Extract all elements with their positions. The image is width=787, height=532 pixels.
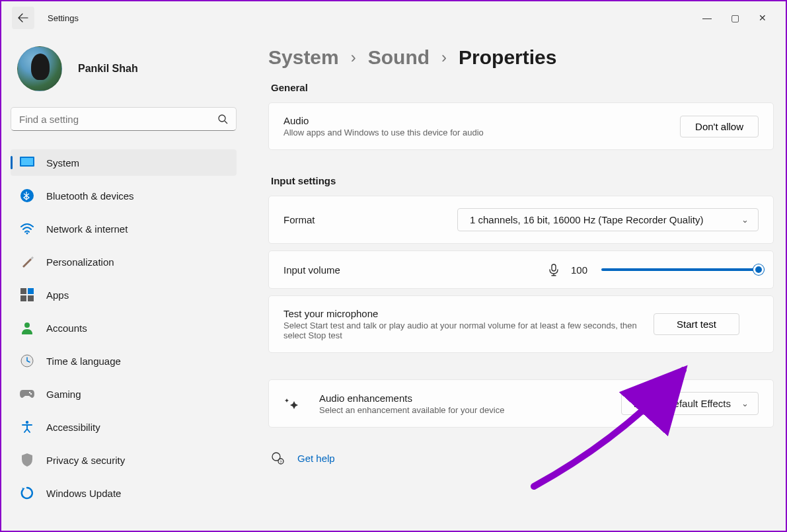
microphone-icon bbox=[547, 263, 560, 276]
audio-card: Audio Allow apps and Windows to use this… bbox=[268, 102, 774, 150]
sidebar-item-network[interactable]: Network & internet bbox=[11, 215, 237, 242]
section-general: General bbox=[271, 82, 774, 93]
titlebar: Settings — ▢ ✕ bbox=[1, 1, 786, 34]
sidebar-item-gaming[interactable]: Gaming bbox=[11, 381, 237, 407]
close-button[interactable]: ✕ bbox=[758, 13, 767, 23]
minimize-button[interactable]: — bbox=[702, 13, 712, 23]
sidebar-item-time[interactable]: Time & language bbox=[11, 348, 237, 374]
sidebar-item-label: System bbox=[46, 157, 79, 169]
sidebar-item-label: Network & internet bbox=[46, 223, 128, 235]
sparkle-icon bbox=[283, 396, 299, 412]
sidebar-item-label: Gaming bbox=[46, 389, 81, 400]
paintbrush-icon bbox=[20, 254, 34, 269]
sidebar-item-label: Time & language bbox=[46, 356, 121, 367]
search-input[interactable] bbox=[19, 114, 217, 125]
input-volume-card: Input volume 100 bbox=[268, 250, 774, 289]
enhancements-sub: Select an enhancement available for your… bbox=[319, 405, 621, 415]
enhancements-value: Device Default Effects bbox=[634, 398, 731, 409]
breadcrumb-sound[interactable]: Sound bbox=[368, 46, 430, 69]
sidebar-item-apps[interactable]: Apps bbox=[11, 282, 237, 308]
sidebar-item-personalization[interactable]: Personalization bbox=[11, 248, 237, 275]
clock-icon bbox=[20, 354, 34, 368]
person-icon bbox=[20, 321, 34, 335]
sidebar-item-label: Privacy & security bbox=[46, 455, 125, 466]
dont-allow-button[interactable]: Don't allow bbox=[680, 116, 759, 137]
breadcrumb-system[interactable]: System bbox=[268, 46, 339, 69]
input-volume-title: Input volume bbox=[283, 264, 547, 276]
svg-rect-8 bbox=[20, 295, 26, 301]
slider-thumb[interactable] bbox=[753, 264, 764, 275]
sidebar-item-label: Accessibility bbox=[46, 422, 100, 433]
shield-icon bbox=[20, 453, 34, 467]
svg-point-12 bbox=[29, 392, 30, 393]
get-help-link[interactable]: Get help bbox=[297, 453, 335, 464]
enhancements-title: Audio enhancements bbox=[319, 393, 621, 404]
audio-title: Audio bbox=[283, 115, 680, 126]
svg-rect-9 bbox=[28, 295, 34, 301]
get-help-row[interactable]: ? Get help bbox=[268, 451, 774, 465]
chevron-right-icon: › bbox=[351, 48, 356, 67]
enhancements-select[interactable]: Device Default Effects ⌄ bbox=[621, 392, 759, 415]
svg-point-0 bbox=[219, 115, 225, 122]
update-icon bbox=[20, 486, 34, 500]
chevron-down-icon: ⌄ bbox=[741, 215, 749, 225]
svg-point-5 bbox=[26, 233, 28, 235]
test-mic-title: Test your microphone bbox=[283, 308, 654, 319]
system-icon bbox=[20, 155, 34, 170]
volume-slider[interactable] bbox=[601, 268, 759, 271]
svg-rect-7 bbox=[28, 288, 34, 294]
sidebar-item-label: Bluetooth & devices bbox=[46, 190, 134, 202]
svg-line-1 bbox=[225, 121, 227, 124]
volume-value: 100 bbox=[571, 264, 591, 276]
window-controls: — ▢ ✕ bbox=[702, 13, 780, 23]
breadcrumb-properties: Properties bbox=[459, 46, 556, 69]
section-input: Input settings bbox=[271, 175, 774, 186]
wifi-icon bbox=[20, 221, 34, 236]
back-button[interactable] bbox=[12, 7, 34, 29]
test-mic-sub: Select Start test and talk or play audio… bbox=[283, 321, 654, 340]
format-card: Format 1 channels, 16 bit, 16000 Hz (Tap… bbox=[268, 196, 774, 244]
svg-rect-6 bbox=[20, 288, 26, 294]
avatar bbox=[17, 46, 62, 91]
sidebar-item-accounts[interactable]: Accounts bbox=[11, 315, 237, 341]
sidebar-item-label: Accounts bbox=[46, 323, 87, 334]
sidebar-item-label: Apps bbox=[46, 289, 69, 301]
test-mic-card: Test your microphone Select Start test a… bbox=[268, 295, 774, 353]
format-select[interactable]: 1 channels, 16 bit, 16000 Hz (Tape Recor… bbox=[457, 208, 759, 231]
accessibility-icon bbox=[20, 420, 34, 434]
format-value: 1 channels, 16 bit, 16000 Hz (Tape Recor… bbox=[470, 214, 704, 225]
sidebar-item-label: Personalization bbox=[46, 256, 114, 268]
user-name: Pankil Shah bbox=[78, 63, 138, 75]
sidebar-item-windows-update[interactable]: Windows Update bbox=[11, 480, 237, 506]
maximize-button[interactable]: ▢ bbox=[730, 13, 739, 23]
sidebar-item-privacy[interactable]: Privacy & security bbox=[11, 447, 237, 473]
app-title: Settings bbox=[48, 13, 79, 23]
svg-point-13 bbox=[30, 393, 32, 395]
sidebar-item-bluetooth[interactable]: Bluetooth & devices bbox=[11, 182, 237, 209]
sidebar: Pankil Shah System Bluetooth & devices N… bbox=[1, 34, 246, 531]
svg-rect-15 bbox=[552, 264, 556, 271]
svg-rect-3 bbox=[21, 158, 33, 165]
breadcrumb: System › Sound › Properties bbox=[268, 46, 774, 69]
search-box[interactable] bbox=[11, 107, 237, 131]
svg-point-10 bbox=[24, 323, 30, 328]
user-profile[interactable]: Pankil Shah bbox=[11, 46, 237, 91]
main-content: System › Sound › Properties General Audi… bbox=[246, 34, 786, 531]
svg-point-14 bbox=[26, 421, 28, 424]
search-icon bbox=[217, 114, 228, 124]
sidebar-item-accessibility[interactable]: Accessibility bbox=[11, 414, 237, 440]
bluetooth-icon bbox=[20, 188, 34, 203]
sidebar-item-label: Windows Update bbox=[46, 488, 121, 499]
enhancements-card: Audio enhancements Select an enhancement… bbox=[268, 379, 774, 428]
apps-icon bbox=[20, 287, 34, 302]
format-title: Format bbox=[283, 214, 457, 225]
audio-sub: Allow apps and Windows to use this devic… bbox=[283, 128, 680, 137]
chevron-down-icon: ⌄ bbox=[741, 399, 749, 408]
arrow-left-icon bbox=[18, 13, 28, 23]
help-icon: ? bbox=[271, 451, 284, 465]
gamepad-icon bbox=[20, 387, 34, 401]
chevron-right-icon: › bbox=[441, 48, 447, 67]
sidebar-item-system[interactable]: System bbox=[11, 149, 237, 176]
start-test-button[interactable]: Start test bbox=[654, 313, 739, 335]
